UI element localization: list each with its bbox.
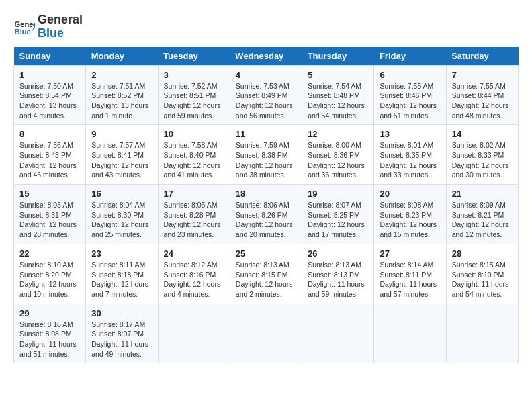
day-detail: Sunrise: 8:14 AM Sunset: 8:11 PM Dayligh…: [380, 260, 440, 300]
day-detail: Sunrise: 8:11 AM Sunset: 8:18 PM Dayligh…: [91, 260, 152, 300]
day-number: 15: [19, 189, 80, 199]
day-detail: Sunrise: 8:08 AM Sunset: 8:23 PM Dayligh…: [380, 200, 440, 240]
day-detail: Sunrise: 8:02 AM Sunset: 8:33 PM Dayligh…: [452, 140, 513, 180]
day-number: 6: [380, 70, 440, 80]
calendar-cell: 27 Sunrise: 8:14 AM Sunset: 8:11 PM Dayl…: [374, 244, 446, 304]
calendar-cell: 15 Sunrise: 8:03 AM Sunset: 8:31 PM Dayl…: [14, 185, 86, 244]
day-number: 17: [164, 189, 224, 199]
day-detail: Sunrise: 7:55 AM Sunset: 8:46 PM Dayligh…: [380, 81, 440, 121]
calendar-cell: 8 Sunrise: 7:56 AM Sunset: 8:43 PM Dayli…: [14, 125, 86, 185]
weekday-header: Tuesday: [158, 47, 230, 66]
calendar-cell: 3 Sunrise: 7:52 AM Sunset: 8:51 PM Dayli…: [158, 65, 230, 125]
calendar-cell: 5 Sunrise: 7:54 AM Sunset: 8:48 PM Dayli…: [302, 65, 374, 125]
calendar-cell: 23 Sunrise: 8:11 AM Sunset: 8:18 PM Dayl…: [86, 244, 158, 304]
day-detail: Sunrise: 8:13 AM Sunset: 8:15 PM Dayligh…: [236, 260, 296, 300]
calendar-cell: 6 Sunrise: 7:55 AM Sunset: 8:46 PM Dayli…: [374, 65, 446, 125]
calendar-cell: 24 Sunrise: 8:12 AM Sunset: 8:16 PM Dayl…: [158, 244, 230, 304]
day-detail: Sunrise: 7:58 AM Sunset: 8:40 PM Dayligh…: [164, 140, 224, 180]
day-detail: Sunrise: 7:53 AM Sunset: 8:49 PM Dayligh…: [236, 81, 296, 121]
day-detail: Sunrise: 8:00 AM Sunset: 8:36 PM Dayligh…: [308, 140, 368, 180]
day-detail: Sunrise: 8:13 AM Sunset: 8:13 PM Dayligh…: [308, 260, 368, 300]
day-detail: Sunrise: 8:16 AM Sunset: 8:08 PM Dayligh…: [19, 320, 80, 359]
calendar-week-row: 29 Sunrise: 8:16 AM Sunset: 8:08 PM Dayl…: [14, 304, 519, 363]
day-number: 7: [452, 70, 513, 80]
weekday-header: Saturday: [446, 47, 518, 66]
calendar-week-row: 8 Sunrise: 7:56 AM Sunset: 8:43 PM Dayli…: [14, 125, 519, 185]
weekday-header-row: SundayMondayTuesdayWednesdayThursdayFrid…: [14, 47, 519, 66]
day-number: 14: [452, 129, 513, 139]
weekday-header: Wednesday: [230, 47, 302, 66]
calendar-cell: 13 Sunrise: 8:01 AM Sunset: 8:35 PM Dayl…: [374, 125, 446, 185]
calendar-cell: 4 Sunrise: 7:53 AM Sunset: 8:49 PM Dayli…: [230, 65, 302, 125]
calendar-cell: 12 Sunrise: 8:00 AM Sunset: 8:36 PM Dayl…: [302, 125, 374, 185]
calendar-table: SundayMondayTuesdayWednesdayThursdayFrid…: [13, 47, 519, 364]
day-detail: Sunrise: 8:04 AM Sunset: 8:30 PM Dayligh…: [91, 200, 152, 240]
day-detail: Sunrise: 7:55 AM Sunset: 8:44 PM Dayligh…: [452, 81, 513, 121]
calendar-cell: 14 Sunrise: 8:02 AM Sunset: 8:33 PM Dayl…: [446, 125, 518, 185]
logo-icon: General Blue: [13, 16, 35, 38]
calendar-cell: 21 Sunrise: 8:09 AM Sunset: 8:21 PM Dayl…: [446, 185, 518, 244]
day-number: 21: [452, 189, 513, 199]
day-detail: Sunrise: 8:05 AM Sunset: 8:28 PM Dayligh…: [164, 200, 224, 240]
page-header: General Blue General Blue: [13, 13, 519, 40]
day-number: 8: [19, 129, 80, 139]
day-number: 30: [91, 308, 152, 318]
day-number: 19: [308, 189, 368, 199]
calendar-cell: [446, 304, 518, 363]
calendar-week-row: 22 Sunrise: 8:10 AM Sunset: 8:20 PM Dayl…: [14, 244, 519, 304]
day-detail: Sunrise: 8:12 AM Sunset: 8:16 PM Dayligh…: [164, 260, 224, 300]
day-number: 29: [19, 308, 80, 318]
calendar-cell: 30 Sunrise: 8:17 AM Sunset: 8:07 PM Dayl…: [86, 304, 158, 363]
day-number: 2: [91, 70, 152, 80]
day-detail: Sunrise: 8:10 AM Sunset: 8:20 PM Dayligh…: [19, 260, 80, 300]
day-detail: Sunrise: 8:03 AM Sunset: 8:31 PM Dayligh…: [19, 200, 80, 240]
calendar-week-row: 15 Sunrise: 8:03 AM Sunset: 8:31 PM Dayl…: [14, 185, 519, 244]
day-number: 5: [308, 70, 368, 80]
svg-text:Blue: Blue: [15, 28, 31, 36]
calendar-cell: [302, 304, 374, 363]
day-number: 4: [236, 70, 296, 80]
calendar-cell: 25 Sunrise: 8:13 AM Sunset: 8:15 PM Dayl…: [230, 244, 302, 304]
weekday-header: Friday: [374, 47, 446, 66]
calendar-cell: 17 Sunrise: 8:05 AM Sunset: 8:28 PM Dayl…: [158, 185, 230, 244]
day-detail: Sunrise: 7:56 AM Sunset: 8:43 PM Dayligh…: [19, 140, 80, 180]
day-detail: Sunrise: 8:15 AM Sunset: 8:10 PM Dayligh…: [452, 260, 513, 300]
day-number: 27: [380, 248, 440, 259]
calendar-cell: [374, 304, 446, 363]
day-detail: Sunrise: 7:52 AM Sunset: 8:51 PM Dayligh…: [164, 81, 224, 121]
day-number: 11: [236, 129, 296, 139]
calendar-cell: 18 Sunrise: 8:06 AM Sunset: 8:26 PM Dayl…: [230, 185, 302, 244]
day-detail: Sunrise: 7:57 AM Sunset: 8:41 PM Dayligh…: [91, 140, 152, 180]
svg-text:General: General: [15, 20, 35, 28]
day-detail: Sunrise: 8:17 AM Sunset: 8:07 PM Dayligh…: [91, 320, 152, 359]
calendar-cell: 28 Sunrise: 8:15 AM Sunset: 8:10 PM Dayl…: [446, 244, 518, 304]
calendar-cell: 7 Sunrise: 7:55 AM Sunset: 8:44 PM Dayli…: [446, 65, 518, 125]
calendar-cell: 20 Sunrise: 8:08 AM Sunset: 8:23 PM Dayl…: [374, 185, 446, 244]
logo-text: General Blue: [38, 13, 83, 40]
day-number: 1: [19, 70, 80, 80]
calendar-cell: 2 Sunrise: 7:51 AM Sunset: 8:52 PM Dayli…: [86, 65, 158, 125]
day-number: 24: [164, 248, 224, 259]
day-number: 13: [380, 129, 440, 139]
day-number: 22: [19, 248, 80, 259]
day-detail: Sunrise: 7:50 AM Sunset: 8:54 PM Dayligh…: [19, 81, 80, 121]
calendar-cell: 29 Sunrise: 8:16 AM Sunset: 8:08 PM Dayl…: [14, 304, 86, 363]
day-detail: Sunrise: 8:07 AM Sunset: 8:25 PM Dayligh…: [308, 200, 368, 240]
calendar-cell: 22 Sunrise: 8:10 AM Sunset: 8:20 PM Dayl…: [14, 244, 86, 304]
day-number: 12: [308, 129, 368, 139]
calendar-cell: [230, 304, 302, 363]
day-detail: Sunrise: 7:51 AM Sunset: 8:52 PM Dayligh…: [91, 81, 152, 121]
day-detail: Sunrise: 8:06 AM Sunset: 8:26 PM Dayligh…: [236, 200, 296, 240]
calendar-cell: 11 Sunrise: 7:59 AM Sunset: 8:38 PM Dayl…: [230, 125, 302, 185]
day-number: 25: [236, 248, 296, 259]
day-number: 20: [380, 189, 440, 199]
weekday-header: Monday: [86, 47, 158, 66]
day-number: 26: [308, 248, 368, 259]
day-number: 23: [91, 248, 152, 259]
logo: General Blue General Blue: [13, 13, 83, 40]
calendar-week-row: 1 Sunrise: 7:50 AM Sunset: 8:54 PM Dayli…: [14, 65, 519, 125]
day-detail: Sunrise: 7:59 AM Sunset: 8:38 PM Dayligh…: [236, 140, 296, 180]
day-number: 3: [164, 70, 224, 80]
calendar-cell: 1 Sunrise: 7:50 AM Sunset: 8:54 PM Dayli…: [14, 65, 86, 125]
calendar-cell: 10 Sunrise: 7:58 AM Sunset: 8:40 PM Dayl…: [158, 125, 230, 185]
